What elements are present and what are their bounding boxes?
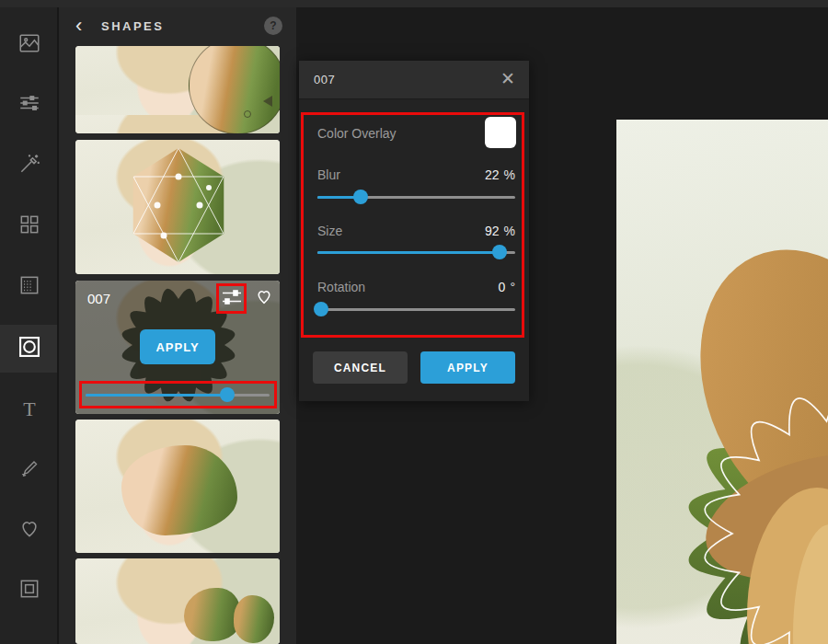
- slider-thumb[interactable]: [220, 387, 235, 402]
- shape-handle-dot: [244, 110, 251, 118]
- slider-thumb[interactable]: [314, 302, 328, 316]
- blob-shape-overlay: [121, 445, 237, 535]
- sidebar-item-draw[interactable]: [0, 446, 59, 494]
- popup-header: 007 ✕: [299, 61, 529, 99]
- size-value-number: 92: [485, 224, 500, 238]
- sidebar-item-overlays-shapes[interactable]: [0, 325, 59, 373]
- color-overlay-swatch[interactable]: [485, 117, 516, 148]
- annotation-box-settings-icon: [216, 283, 247, 314]
- rotation-unit: °: [510, 280, 515, 294]
- image-icon: [17, 31, 41, 59]
- grid-icon: [17, 213, 41, 240]
- sliders-icon[interactable]: [222, 289, 242, 309]
- shape-card-hexagon[interactable]: [75, 140, 280, 274]
- sidebar-item-textures[interactable]: [0, 263, 59, 311]
- slider-thumb[interactable]: [353, 190, 368, 204]
- size-value: 92%: [432, 224, 515, 238]
- sidebar-item-text[interactable]: T: [0, 385, 59, 433]
- shape-card-butterfly[interactable]: [75, 558, 280, 644]
- text-icon: T: [23, 397, 35, 421]
- shapes-panel-header: ‹ SHAPES ?: [59, 7, 296, 46]
- card-apply-button[interactable]: APPLY: [140, 329, 215, 364]
- slider-track[interactable]: [317, 308, 515, 311]
- top-toolbar-strip: [0, 0, 828, 7]
- tool-sidebar: T: [0, 7, 59, 644]
- close-icon[interactable]: ✕: [498, 69, 518, 89]
- sidebar-item-touch-up[interactable]: [0, 506, 59, 554]
- heart-icon: [17, 516, 41, 544]
- blur-value: 22%: [432, 167, 515, 182]
- shapes-panel: ‹ SHAPES ?: [59, 7, 296, 644]
- butterfly-shape-overlay: [184, 588, 241, 641]
- slider-fill: [86, 394, 227, 397]
- sidebar-item-effects[interactable]: [0, 142, 59, 190]
- blur-label: Blur: [317, 167, 340, 182]
- rotation-label: Rotation: [317, 280, 365, 294]
- favorite-heart-icon[interactable]: [254, 286, 274, 306]
- circle-in-square-icon: [17, 334, 42, 363]
- frame-icon: [17, 577, 41, 604]
- shape-card-circle[interactable]: [75, 46, 280, 133]
- canvas-photo-art: [616, 120, 828, 644]
- size-unit: %: [504, 224, 515, 238]
- magic-wand-icon: [17, 152, 41, 179]
- texture-icon: [17, 273, 41, 301]
- sidebar-item-collage[interactable]: [0, 202, 59, 250]
- shape-name-label: 007: [87, 291, 110, 306]
- apply-button[interactable]: APPLY: [420, 351, 515, 384]
- back-chevron-icon[interactable]: ‹: [75, 17, 92, 37]
- shape-card-007-selected[interactable]: 007 APPLY: [75, 281, 280, 414]
- canvas-photo: [616, 120, 828, 644]
- sidebar-item-basic-edits[interactable]: [0, 81, 59, 129]
- rotation-value: 0°: [432, 280, 515, 294]
- size-label: Size: [317, 224, 342, 238]
- help-icon[interactable]: ?: [264, 17, 282, 35]
- blur-unit: %: [504, 167, 515, 182]
- panel-title: SHAPES: [101, 19, 164, 33]
- pen-icon: [18, 457, 40, 483]
- sidebar-item-frames[interactable]: [0, 567, 59, 615]
- adjustments-icon: [17, 91, 41, 119]
- color-overlay-label: Color Overlay: [317, 126, 397, 141]
- slider-fill: [317, 251, 500, 254]
- cancel-button[interactable]: CANCEL: [313, 351, 408, 384]
- blur-slider[interactable]: [317, 190, 515, 204]
- slider-thumb[interactable]: [492, 245, 507, 259]
- circle-shape-overlay: [189, 46, 280, 133]
- popup-title: 007: [314, 73, 335, 86]
- size-slider[interactable]: [317, 245, 515, 259]
- blur-value-number: 22: [485, 167, 500, 182]
- rotation-slider[interactable]: [317, 302, 515, 316]
- shape-card-blob[interactable]: [75, 420, 280, 553]
- rotation-value-number: 0: [499, 280, 506, 294]
- shape-handle-triangle: [263, 96, 272, 107]
- card-size-slider[interactable]: [86, 387, 270, 402]
- photo-editor-app: T ‹ SHAPES ?: [0, 0, 828, 644]
- shape-settings-popup: 007 ✕ Color Overlay Blur 22% Size 92% Ro…: [299, 61, 529, 401]
- sidebar-item-open-image[interactable]: [0, 21, 59, 69]
